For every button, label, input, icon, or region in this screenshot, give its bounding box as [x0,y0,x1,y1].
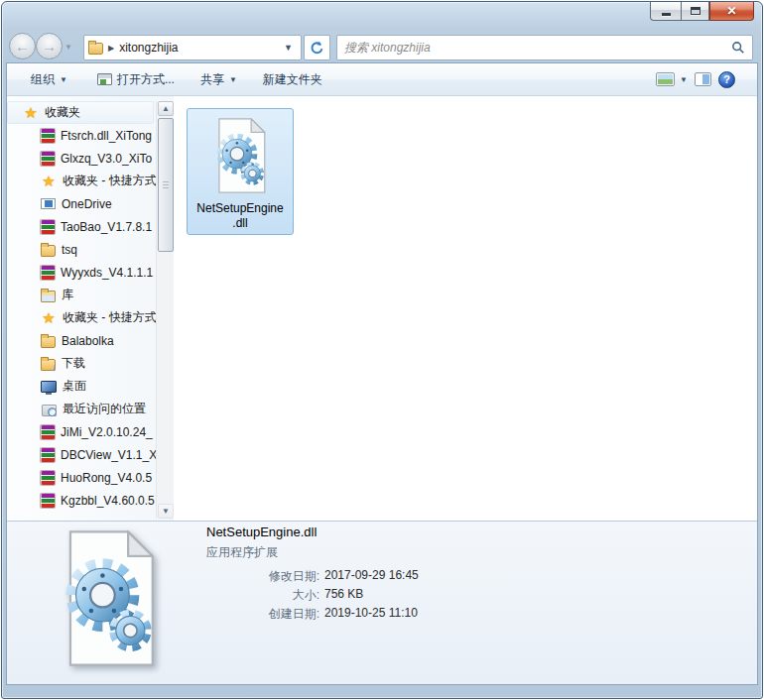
sidebar-item-label: Balabolka [62,334,114,348]
back-button[interactable]: ← [9,33,36,59]
library-icon [41,291,56,302]
open-with-label: 打开方式... [117,71,175,88]
winrar-archive-icon [41,448,55,462]
sidebar-item[interactable]: HuoRong_V4.0.5 [7,466,174,489]
recent-places-icon [41,402,57,417]
organize-button[interactable]: 组织 ▼ [31,71,67,88]
address-bar[interactable]: ▶ xitongzhijia ▼ [83,35,302,60]
preview-pane-button[interactable] [695,72,711,86]
sidebar-item-recent-places[interactable]: 最近访问的位置 [7,398,174,420]
star-icon [23,105,39,121]
sidebar-item-label: Glxzq_V3.0_XiTo [61,152,152,166]
search-icon[interactable] [731,41,745,55]
preview-pane-icon [695,72,711,86]
sidebar-item[interactable]: JiMi_V2.0.10.24_ [7,420,174,443]
change-view-button[interactable]: ▼ [656,72,688,86]
field-value: 2017-09-29 16:45 [324,568,419,587]
field-label: 创建日期: [206,606,319,625]
scroll-up-icon[interactable]: ▲ [158,101,174,116]
scroll-down-icon[interactable]: ▼ [158,504,174,519]
sidebar-item-label: HuoRong_V4.0.5 [61,471,152,485]
sidebar-item[interactable]: Glxzq_V3.0_XiTo [7,147,174,170]
sidebar-item[interactable]: Balabolka [7,329,174,352]
close-button[interactable]: ✕ [709,2,754,21]
sidebar-item[interactable]: TaoBao_V1.7.8.1 [7,215,174,238]
sidebar-item[interactable]: 收藏夹 - 快捷方式 [7,170,174,192]
sidebar-item[interactable]: 收藏夹 - 快捷方式 [7,306,174,329]
close-icon: ✕ [726,3,736,20]
sidebar-item-favorites[interactable]: 收藏夹 [7,101,154,124]
file-list-area[interactable]: NetSetupEngine .dll [174,96,757,521]
organize-label: 组织 [31,71,55,88]
dll-file-icon-large [53,528,164,668]
sidebar-item[interactable]: Kgzbbl_V4.60.0.5 [7,489,174,512]
help-button[interactable]: ? [718,71,735,88]
sidebar-item[interactable]: Ftsrch.dll_XiTong [7,124,174,147]
share-button[interactable]: 共享 ▼ [200,71,237,88]
sidebar-item-onedrive[interactable]: OneDrive [7,192,174,215]
window-controls: ✕ [650,2,754,21]
explorer-window: ✕ ← → ▼ ▶ xitongzhijia ▼ [1,1,763,699]
help-icon: ? [718,71,735,88]
folder-icon [41,336,56,348]
downloads-folder-icon [41,359,56,371]
winrar-archive-icon [41,425,55,439]
breadcrumb-path[interactable]: xitongzhijia [119,41,178,55]
new-folder-button[interactable]: 新建文件夹 [263,71,322,88]
details-fields: 修改日期: 2017-09-29 16:45 大小: 756 KB 创建日期: … [206,568,419,625]
refresh-icon [310,41,324,56]
sidebar-item-label: DBCView_V1.1_X [61,448,157,462]
navigation-bar: ← → ▼ ▶ xitongzhijia ▼ [2,32,762,63]
field-label: 大小: [206,587,319,606]
explorer-body: 组织 ▼ 打开方式... 共享 ▼ 新建文件夹 ▼ [6,62,758,685]
details-text: NetSetupEngine.dll 应用程序扩展 修改日期: 2017-09-… [206,525,419,625]
field-value: 2019-10-25 11:10 [324,606,418,625]
field-label: 修改日期: [206,568,319,587]
sidebar-scrollbar[interactable]: ▲ ▼ [156,101,174,519]
sidebar-item-label: 库 [62,287,73,303]
minimize-icon [662,13,671,16]
sidebar-item-label: TaoBao_V1.7.8.1 [61,220,152,234]
onedrive-icon [41,198,56,209]
folder-icon [41,245,56,257]
content-area: 收藏夹 Ftsrch.dll_XiTong Glxzq_V3.0_XiTo 收藏… [7,96,757,521]
breadcrumb[interactable]: ▶ xitongzhijia [88,41,280,55]
search-input[interactable] [344,41,731,55]
sidebar-item[interactable]: Wyyxds_V4.1.1.1 [7,261,174,284]
recent-pages-chevron-icon[interactable]: ▼ [64,43,72,52]
address-dropdown-icon[interactable]: ▼ [280,43,297,53]
sidebar-item-label: 收藏夹 - 快捷方式 [63,309,157,326]
chevron-down-icon: ▼ [680,75,688,84]
sidebar-item[interactable]: DBCView_V1.1_X [7,443,174,466]
share-label: 共享 [200,71,224,88]
sidebar-item-downloads[interactable]: 下载 [7,352,174,375]
file-item-netsetupengine-dll[interactable]: NetSetupEngine .dll [187,108,294,235]
sidebar-item[interactable]: tsq [7,238,174,261]
breadcrumb-arrow-icon[interactable]: ▶ [108,44,114,53]
navigation-pane: 收藏夹 Ftsrch.dll_XiTong Glxzq_V3.0_XiTo 收藏… [7,96,174,521]
scrollbar-thumb[interactable] [158,118,174,252]
views-icon [656,72,675,86]
new-folder-label: 新建文件夹 [263,71,322,88]
file-name-line2: .dll [188,216,293,231]
open-with-button[interactable]: 打开方式... [97,71,175,88]
sidebar-item-label: 下载 [62,355,85,372]
winrar-archive-icon [41,471,55,485]
file-name-line1: NetSetupEngine [188,201,293,216]
sidebar-item-libraries[interactable]: 库 [7,284,174,306]
chevron-down-icon: ▼ [229,75,237,84]
sidebar-item-label: 收藏夹 [45,104,80,121]
maximize-icon [691,7,700,15]
sidebar-item-label: 最近访问的位置 [63,401,146,417]
sidebar-item-label: 收藏夹 - 快捷方式 [63,173,157,189]
open-with-icon [97,73,112,85]
refresh-button[interactable] [304,35,330,60]
details-pane: NetSetupEngine.dll 应用程序扩展 修改日期: 2017-09-… [7,521,757,684]
maximize-button[interactable] [681,2,709,21]
minimize-button[interactable] [650,2,681,21]
sidebar-item-label: 桌面 [63,378,86,395]
star-icon [41,174,57,189]
sidebar-item-desktop[interactable]: 桌面 [7,375,174,398]
details-file-type: 应用程序扩展 [206,544,419,561]
forward-button[interactable]: → [36,33,63,59]
